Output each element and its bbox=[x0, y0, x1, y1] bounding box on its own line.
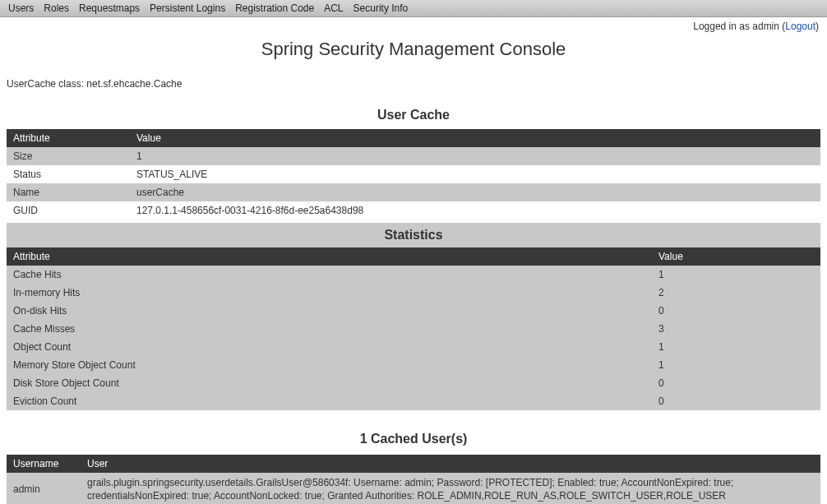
statistics-header-value: Value bbox=[652, 247, 820, 266]
cell-attr: Size bbox=[7, 147, 130, 165]
cell-attr: Object Count bbox=[7, 338, 652, 356]
cell-attr: Status bbox=[7, 165, 130, 183]
user-cache-title: User Cache bbox=[7, 101, 820, 129]
cell-value: 127.0.1.1-458656cf-0031-4216-8f6d-ee25a6… bbox=[130, 201, 820, 220]
auth-status: Logged in as admin (Logout) bbox=[693, 17, 827, 32]
table-row: On-disk Hits0 bbox=[7, 302, 820, 320]
cell-value: 0 bbox=[652, 392, 820, 410]
cell-value: 1 bbox=[652, 338, 820, 356]
user-cache-table: Attribute Value Size 1 Status STATUS_ALI… bbox=[7, 129, 820, 220]
table-row: GUID 127.0.1.1-458656cf-0031-4216-8f6d-e… bbox=[7, 201, 820, 220]
statistics-header-attr: Attribute bbox=[7, 247, 652, 266]
cell-value: 0 bbox=[652, 374, 820, 392]
user-cache-header-attr: Attribute bbox=[7, 129, 130, 147]
auth-suffix: ) bbox=[815, 21, 819, 32]
user-cache-header-value: Value bbox=[130, 129, 820, 147]
menu-item-registration-code[interactable]: Registration Code bbox=[232, 2, 317, 15]
cell-value: 2 bbox=[652, 284, 820, 302]
menu-item-acl[interactable]: ACL bbox=[321, 2, 346, 15]
cell-value: userCache bbox=[130, 183, 820, 201]
statistics-table: Attribute Value Cache Hits1 In-memory Hi… bbox=[7, 247, 820, 410]
cell-attr: GUID bbox=[7, 201, 130, 220]
cell-attr: In-memory Hits bbox=[7, 284, 652, 302]
menu-item-roles[interactable]: Roles bbox=[40, 2, 72, 15]
content: UserCache class: net.sf.ehcache.Cache Us… bbox=[0, 63, 827, 504]
cell-attr: On-disk Hits bbox=[7, 302, 652, 320]
table-row: admin grails.plugin.springsecurity.userd… bbox=[7, 473, 820, 504]
logout-link[interactable]: Logout bbox=[785, 21, 815, 32]
cell-value: 3 bbox=[652, 320, 820, 338]
cell-value: 1 bbox=[652, 266, 820, 284]
cell-value: 0 bbox=[652, 302, 820, 320]
cell-value: STATUS_ALIVE bbox=[130, 165, 820, 183]
auth-prefix: Logged in as admin ( bbox=[693, 21, 785, 32]
cell-attr: Disk Store Object Count bbox=[7, 374, 652, 392]
cached-users-table: Username User admin grails.plugin.spring… bbox=[7, 455, 820, 504]
statistics-section: Statistics Attribute Value Cache Hits1 I… bbox=[7, 223, 820, 410]
menubar: Users Roles Requestmaps Persistent Login… bbox=[0, 0, 827, 17]
cached-users-header-username: Username bbox=[7, 455, 81, 473]
table-row: Cache Misses3 bbox=[7, 320, 820, 338]
menu-item-persistent-logins[interactable]: Persistent Logins bbox=[146, 2, 229, 15]
cached-users-header-user: User bbox=[81, 455, 820, 473]
table-row: Object Count1 bbox=[7, 338, 820, 356]
table-row: Eviction Count0 bbox=[7, 392, 820, 410]
table-row: Name userCache bbox=[7, 183, 820, 201]
table-row: Cache Hits1 bbox=[7, 266, 820, 284]
menu-item-requestmaps[interactable]: Requestmaps bbox=[76, 2, 143, 15]
menu-item-security-info[interactable]: Security Info bbox=[350, 2, 412, 15]
cell-user: grails.plugin.springsecurity.userdetails… bbox=[81, 473, 820, 504]
table-row: Memory Store Object Count1 bbox=[7, 356, 820, 374]
table-row: Disk Store Object Count0 bbox=[7, 374, 820, 392]
table-row: In-memory Hits2 bbox=[7, 284, 820, 302]
menu-item-users[interactable]: Users bbox=[5, 2, 37, 15]
cached-users-title: 1 Cached User(s) bbox=[7, 420, 820, 455]
cell-attr: Name bbox=[7, 183, 130, 201]
page-title: Spring Security Management Console bbox=[0, 32, 827, 63]
cell-value: 1 bbox=[130, 147, 820, 165]
cell-attr: Eviction Count bbox=[7, 392, 652, 410]
cell-attr: Cache Misses bbox=[7, 320, 652, 338]
cache-class-line: UserCache class: net.sf.ehcache.Cache bbox=[7, 72, 820, 101]
statistics-title: Statistics bbox=[7, 223, 820, 247]
cell-attr: Cache Hits bbox=[7, 266, 652, 284]
cell-value: 1 bbox=[652, 356, 820, 374]
table-row: Status STATUS_ALIVE bbox=[7, 165, 820, 183]
cell-attr: Memory Store Object Count bbox=[7, 356, 652, 374]
cell-username: admin bbox=[7, 473, 81, 504]
table-row: Size 1 bbox=[7, 147, 820, 165]
